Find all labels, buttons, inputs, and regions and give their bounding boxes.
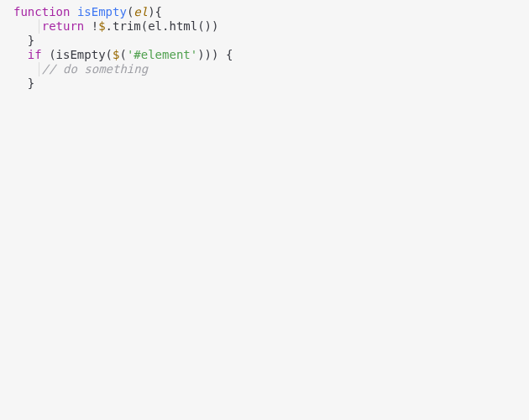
brace-close: } [28,34,34,47]
if-open: (isEmpty( [42,48,113,61]
trim-call: .trim(el.html()) [106,19,219,33]
bang: ! [84,19,98,33]
code-line: // do something [0,62,529,76]
code-line: return !$.trim(el.html()) [0,19,529,34]
comment: // do something [42,62,148,76]
paren-open: ( [119,48,126,61]
code-line: if (isEmpty($('#element'))) { [0,48,529,62]
keyword-function: function [13,5,70,18]
keyword-if: if [28,48,42,61]
function-name: isEmpty [77,5,127,18]
param-el: el [134,5,148,18]
if-close: ))) { [197,48,233,61]
jquery-dollar: $ [98,19,105,33]
code-line: function isEmpty(el){ [0,5,529,19]
brace-close: } [28,76,34,90]
string-selector: '#element' [127,48,197,61]
keyword-return: return [42,19,85,33]
code-line: } [0,76,529,91]
code-block: function isEmpty(el){ return !$.trim(el.… [0,5,529,91]
paren-close-brace: ){ [148,5,162,18]
code-line: } [0,34,529,48]
